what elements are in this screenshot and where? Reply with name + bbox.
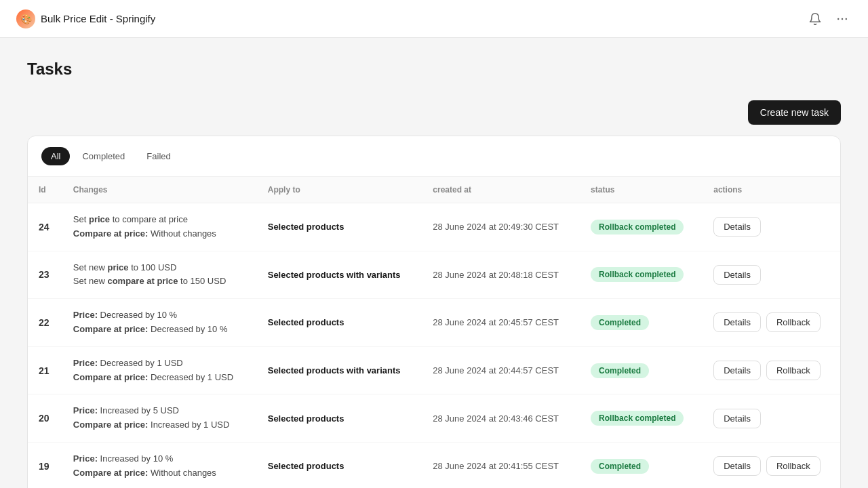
- task-id: 24: [28, 203, 62, 251]
- task-status: Rollback completed: [580, 394, 703, 443]
- header-right: [806, 9, 852, 28]
- task-changes: Price: Increased by 5 USDCompare at pric…: [62, 394, 257, 443]
- status-badge: Completed: [591, 315, 649, 330]
- task-changes: Set price to compare at priceCompare at …: [62, 203, 257, 251]
- tab-completed[interactable]: Completed: [73, 147, 134, 165]
- task-created-at: 28 June 2024 at 20:41:55 CEST: [422, 442, 580, 488]
- col-actions: actions: [703, 177, 840, 203]
- col-changes: Changes: [62, 177, 257, 203]
- table-row: 22Price: Decreased by 10 %Compare at pri…: [28, 299, 840, 347]
- task-apply-to: Selected products with variants: [257, 251, 422, 299]
- task-created-at: 28 June 2024 at 20:43:46 CEST: [422, 394, 580, 443]
- details-button[interactable]: Details: [713, 409, 761, 428]
- task-actions: Details: [703, 251, 840, 299]
- col-status: status: [580, 177, 703, 203]
- table-row: 21Price: Decreased by 1 USDCompare at pr…: [28, 346, 840, 394]
- task-actions: DetailsRollback: [703, 442, 840, 488]
- rollback-button[interactable]: Rollback: [766, 361, 821, 380]
- task-changes: Price: Increased by 10 %Compare at price…: [62, 442, 257, 488]
- task-actions: DetailsRollback: [703, 299, 840, 347]
- page-title: Tasks: [27, 60, 841, 79]
- task-status: Rollback completed: [580, 203, 703, 251]
- task-id: 21: [28, 346, 62, 394]
- task-created-at: 28 June 2024 at 20:48:18 CEST: [422, 251, 580, 299]
- svg-point-0: [837, 18, 840, 20]
- table-row: 20Price: Increased by 5 USDCompare at pr…: [28, 394, 840, 443]
- task-changes: Price: Decreased by 1 USDCompare at pric…: [62, 346, 257, 394]
- task-changes: Set new price to 100 USDSet new compare …: [62, 251, 257, 299]
- task-actions: Details: [703, 203, 840, 251]
- tasks-card: All Completed Failed Id Changes Apply to…: [27, 136, 841, 488]
- header-left: 🎨 Bulk Price Edit - Springify: [16, 9, 155, 28]
- table-row: 23Set new price to 100 USDSet new compar…: [28, 251, 840, 299]
- task-created-at: 28 June 2024 at 20:45:57 CEST: [422, 299, 580, 347]
- task-apply-to: Selected products: [257, 442, 422, 488]
- task-status: Completed: [580, 442, 703, 488]
- main-content: Tasks Create new task All Completed Fail…: [0, 38, 868, 488]
- table-row: 24Set price to compare at priceCompare a…: [28, 203, 840, 251]
- col-apply-to: Apply to: [257, 177, 422, 203]
- task-id: 23: [28, 251, 62, 299]
- task-created-at: 28 June 2024 at 20:49:30 CEST: [422, 203, 580, 251]
- task-status: Completed: [580, 299, 703, 347]
- task-created-at: 28 June 2024 at 20:44:57 CEST: [422, 346, 580, 394]
- details-button[interactable]: Details: [713, 217, 761, 237]
- tasks-table: Id Changes Apply to created at status ac…: [28, 177, 840, 488]
- tab-failed[interactable]: Failed: [137, 147, 180, 165]
- status-badge: Completed: [591, 363, 649, 378]
- status-badge: Completed: [591, 459, 649, 474]
- task-changes: Price: Decreased by 10 %Compare at price…: [62, 299, 257, 347]
- task-apply-to: Selected products: [257, 394, 422, 443]
- details-button[interactable]: Details: [713, 361, 761, 380]
- notification-button[interactable]: [806, 9, 825, 28]
- app-logo: 🎨: [16, 9, 35, 28]
- task-id: 19: [28, 442, 62, 488]
- task-apply-to: Selected products: [257, 203, 422, 251]
- col-id: Id: [28, 177, 62, 203]
- app-header: 🎨 Bulk Price Edit - Springify: [0, 0, 868, 38]
- rollback-button[interactable]: Rollback: [766, 312, 821, 332]
- task-apply-to: Selected products with variants: [257, 346, 422, 394]
- task-actions: Details: [703, 394, 840, 443]
- col-created-at: created at: [422, 177, 580, 203]
- more-options-button[interactable]: [833, 9, 852, 28]
- details-button[interactable]: Details: [713, 312, 761, 332]
- toolbar: Create new task: [27, 100, 841, 125]
- task-status: Completed: [580, 346, 703, 394]
- svg-point-1: [842, 18, 844, 20]
- app-title: Bulk Price Edit - Springify: [41, 13, 155, 24]
- task-id: 20: [28, 394, 62, 443]
- table-row: 19Price: Increased by 10 %Compare at pri…: [28, 442, 840, 488]
- table-header-row: Id Changes Apply to created at status ac…: [28, 177, 840, 203]
- details-button[interactable]: Details: [713, 456, 761, 476]
- task-status: Rollback completed: [580, 251, 703, 299]
- create-task-button[interactable]: Create new task: [748, 100, 841, 125]
- task-actions: DetailsRollback: [703, 346, 840, 394]
- details-button[interactable]: Details: [713, 265, 761, 285]
- task-apply-to: Selected products: [257, 299, 422, 347]
- status-badge: Rollback completed: [591, 267, 684, 282]
- status-badge: Rollback completed: [591, 411, 684, 426]
- tab-all[interactable]: All: [41, 147, 70, 165]
- status-badge: Rollback completed: [591, 220, 684, 235]
- filter-tabs: All Completed Failed: [28, 136, 840, 177]
- svg-point-2: [846, 18, 848, 20]
- task-id: 22: [28, 299, 62, 347]
- rollback-button[interactable]: Rollback: [766, 456, 821, 476]
